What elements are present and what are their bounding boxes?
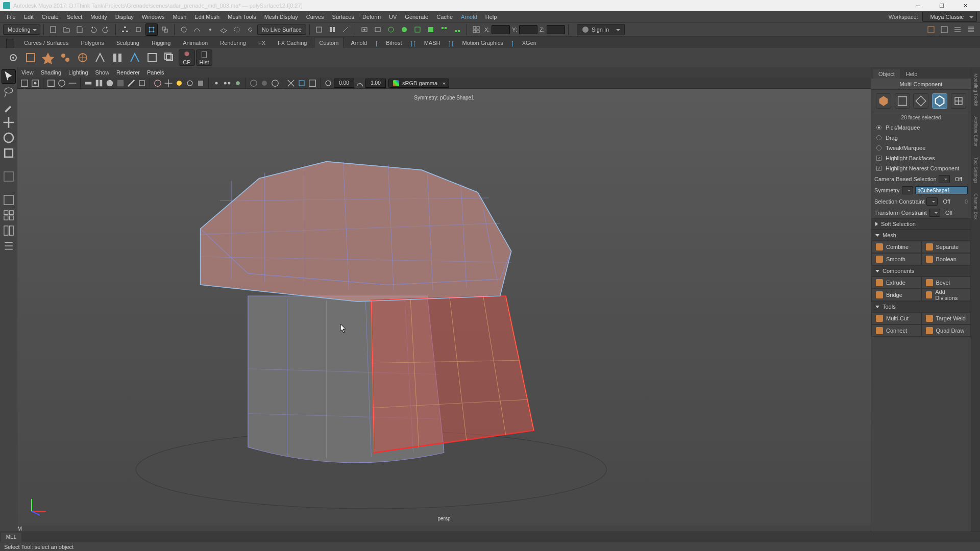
panel-menu-view[interactable]: View: [21, 69, 34, 76]
snap-live-icon[interactable]: [231, 23, 243, 36]
move-tool-icon[interactable]: [2, 115, 16, 130]
smooth-button[interactable]: Smooth: [871, 253, 921, 265]
single-pane-icon[interactable]: [2, 193, 16, 207]
menu-set-dropdown[interactable]: Modeling: [3, 24, 40, 35]
script-lang-button[interactable]: MEL: [1, 533, 21, 542]
panel-btn-icon[interactable]: [270, 78, 280, 88]
option-backfaces[interactable]: ✓Highlight Backfaces: [871, 153, 971, 163]
panel-btn-icon[interactable]: [105, 78, 115, 88]
history-icon[interactable]: [313, 23, 325, 36]
light-editor-icon[interactable]: [451, 23, 463, 36]
object-mode-icon[interactable]: [876, 93, 891, 109]
target-weld-button[interactable]: Target Weld: [921, 312, 971, 324]
panel-btn-icon[interactable]: [94, 78, 104, 88]
live-surface-field[interactable]: No Live Surface: [257, 24, 306, 35]
workspace-dropdown[interactable]: Maya Classic: [922, 12, 977, 22]
shelf-tab[interactable]: Animation: [177, 38, 213, 48]
panel-menu-panels[interactable]: Panels: [147, 69, 164, 76]
section-components[interactable]: Components: [871, 265, 971, 277]
shelf-tab[interactable]: FX Caching: [272, 38, 312, 48]
panel-btn-icon[interactable]: [57, 78, 67, 88]
construction-icon[interactable]: [339, 23, 352, 36]
shelf-tab[interactable]: Polygons: [75, 38, 109, 48]
option-nearest[interactable]: ✓Highlight Nearest Component: [871, 163, 971, 173]
ipr-icon[interactable]: [372, 23, 384, 36]
paint-tool-icon[interactable]: [2, 100, 16, 114]
panel-btn-icon[interactable]: [185, 78, 195, 88]
trans-constraint-dropdown[interactable]: [929, 209, 940, 217]
panel-btn-icon[interactable]: [195, 78, 206, 88]
menu-create[interactable]: Create: [38, 13, 62, 21]
panel-btn-icon[interactable]: [163, 78, 174, 88]
menu-mesh-display[interactable]: Mesh Display: [261, 13, 302, 21]
menu-generate[interactable]: Generate: [401, 13, 432, 21]
add-divisions-button[interactable]: Add Divisions: [921, 289, 971, 301]
shelf-button-icon[interactable]: [161, 49, 178, 66]
sel-constraint-dropdown[interactable]: [926, 197, 938, 206]
shelf-tab[interactable]: MASH: [419, 38, 446, 48]
menu-windows[interactable]: Windows: [138, 13, 168, 21]
color-space-dropdown[interactable]: sRGB gamma: [388, 79, 449, 88]
snap-point-icon[interactable]: [204, 23, 216, 36]
panel-btn-icon[interactable]: [297, 78, 307, 88]
camera-sel-dropdown[interactable]: [939, 175, 950, 183]
menu-modify[interactable]: Modify: [87, 13, 110, 21]
sidetab-attribute[interactable]: Attribute Editor: [972, 112, 979, 151]
shelf-gear-icon[interactable]: [5, 49, 21, 66]
shelf-tab[interactable]: Motion Graphics: [457, 38, 509, 48]
uv-mode-icon[interactable]: [951, 93, 966, 109]
menu-mesh-tools[interactable]: Mesh Tools: [224, 13, 259, 21]
section-mesh[interactable]: Mesh: [871, 230, 971, 241]
menu-curves[interactable]: Curves: [303, 13, 328, 21]
panel-btn-icon[interactable]: [286, 78, 296, 88]
render-icon[interactable]: [358, 23, 371, 36]
shelf-button-icon[interactable]: [22, 49, 39, 66]
shelf-tab[interactable]: Rendering: [214, 38, 252, 48]
quad-draw-button[interactable]: Quad Draw: [921, 324, 971, 337]
panel-btn-icon[interactable]: [83, 78, 93, 88]
exposure-field[interactable]: 0.00: [334, 79, 354, 88]
panel-btn-icon[interactable]: [222, 78, 232, 88]
combine-button[interactable]: Combine: [871, 241, 921, 253]
z-input[interactable]: [547, 25, 565, 34]
shelf-tab[interactable]: Rigging: [146, 38, 176, 48]
extrude-button[interactable]: Extrude: [871, 277, 921, 289]
shelf-button-icon[interactable]: [57, 49, 74, 66]
scale-tool-icon[interactable]: [2, 146, 16, 160]
last-tool-icon[interactable]: [2, 169, 16, 184]
shelf-tab[interactable]: XGen: [517, 38, 542, 48]
render-setup-icon[interactable]: [438, 23, 450, 36]
menu-arnold[interactable]: Arnold: [457, 13, 481, 21]
maximize-button[interactable]: ☐: [930, 0, 953, 11]
rv-icon[interactable]: [425, 23, 437, 36]
snap-plane-icon[interactable]: [217, 23, 230, 36]
menu-uv[interactable]: UV: [385, 13, 400, 21]
menu-edit-mesh[interactable]: Edit Mesh: [191, 13, 223, 21]
close-button[interactable]: ✕: [953, 0, 977, 11]
snap-grid-icon[interactable]: [178, 23, 190, 36]
rotate-tool-icon[interactable]: [2, 131, 16, 145]
section-tools[interactable]: Tools: [871, 301, 971, 312]
panel-btn-icon[interactable]: [115, 78, 126, 88]
shelf-menu-icon[interactable]: [6, 39, 14, 48]
snap-curve-icon[interactable]: [191, 23, 203, 36]
x-input[interactable]: [492, 25, 510, 34]
menu-help[interactable]: Help: [482, 13, 501, 21]
shelf-tab[interactable]: Sculpting: [111, 38, 145, 48]
panel-menu-shading[interactable]: Shading: [41, 69, 61, 76]
panel-btn-icon[interactable]: [307, 78, 317, 88]
toggle-attr-icon[interactable]: [938, 23, 950, 36]
menu-cache[interactable]: Cache: [433, 13, 456, 21]
shelf-button-icon[interactable]: [127, 49, 143, 66]
viewport[interactable]: Symmetry: pCube Shape1: [17, 89, 871, 525]
y-input[interactable]: [519, 25, 537, 34]
select-hierarchy-icon[interactable]: [119, 23, 131, 36]
vertex-mode-icon[interactable]: [895, 93, 910, 109]
shelf-tab-active[interactable]: Custom: [314, 38, 345, 48]
command-input[interactable]: [23, 533, 978, 541]
panel-btn-icon[interactable]: [211, 78, 222, 88]
toggle-tool-icon[interactable]: [951, 23, 964, 36]
sidetab-toolkit[interactable]: Modeling Toolkit: [972, 69, 979, 110]
right-tab-help[interactable]: Help: [901, 69, 923, 79]
select-tool-icon[interactable]: [2, 69, 16, 84]
